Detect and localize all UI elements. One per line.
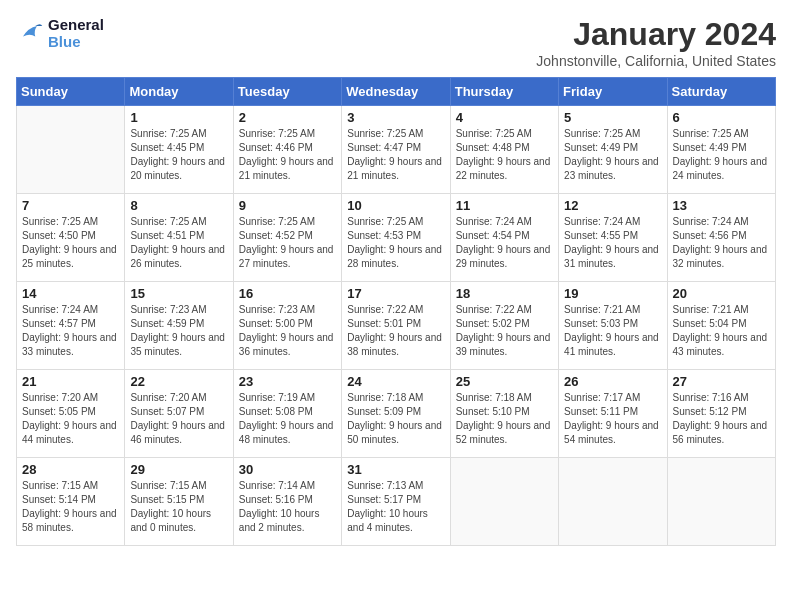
day-number: 12 (564, 198, 661, 213)
day-info: Sunrise: 7:22 AMSunset: 5:01 PMDaylight:… (347, 303, 444, 359)
day-info: Sunrise: 7:20 AMSunset: 5:05 PMDaylight:… (22, 391, 119, 447)
day-header-monday: Monday (125, 78, 233, 106)
day-info: Sunrise: 7:23 AMSunset: 5:00 PMDaylight:… (239, 303, 336, 359)
day-header-saturday: Saturday (667, 78, 775, 106)
day-number: 16 (239, 286, 336, 301)
day-info: Sunrise: 7:19 AMSunset: 5:08 PMDaylight:… (239, 391, 336, 447)
day-number: 29 (130, 462, 227, 477)
day-number: 5 (564, 110, 661, 125)
day-number: 3 (347, 110, 444, 125)
calendar-cell: 15Sunrise: 7:23 AMSunset: 4:59 PMDayligh… (125, 282, 233, 370)
logo: General Blue (16, 16, 104, 50)
calendar-cell: 4Sunrise: 7:25 AMSunset: 4:48 PMDaylight… (450, 106, 558, 194)
logo-icon (16, 19, 44, 47)
day-info: Sunrise: 7:15 AMSunset: 5:14 PMDaylight:… (22, 479, 119, 535)
day-number: 24 (347, 374, 444, 389)
calendar-cell: 27Sunrise: 7:16 AMSunset: 5:12 PMDayligh… (667, 370, 775, 458)
day-number: 2 (239, 110, 336, 125)
calendar-table: SundayMondayTuesdayWednesdayThursdayFrid… (16, 77, 776, 546)
day-header-wednesday: Wednesday (342, 78, 450, 106)
day-info: Sunrise: 7:25 AMSunset: 4:52 PMDaylight:… (239, 215, 336, 271)
title-block: January 2024 Johnstonville, California, … (536, 16, 776, 69)
day-number: 8 (130, 198, 227, 213)
day-number: 11 (456, 198, 553, 213)
calendar-cell: 16Sunrise: 7:23 AMSunset: 5:00 PMDayligh… (233, 282, 341, 370)
calendar-cell: 12Sunrise: 7:24 AMSunset: 4:55 PMDayligh… (559, 194, 667, 282)
day-info: Sunrise: 7:25 AMSunset: 4:53 PMDaylight:… (347, 215, 444, 271)
day-info: Sunrise: 7:24 AMSunset: 4:56 PMDaylight:… (673, 215, 770, 271)
logo-text: General Blue (48, 16, 104, 50)
calendar-cell (17, 106, 125, 194)
day-info: Sunrise: 7:21 AMSunset: 5:03 PMDaylight:… (564, 303, 661, 359)
calendar-cell: 17Sunrise: 7:22 AMSunset: 5:01 PMDayligh… (342, 282, 450, 370)
calendar-cell: 13Sunrise: 7:24 AMSunset: 4:56 PMDayligh… (667, 194, 775, 282)
page-header: General Blue January 2024 Johnstonville,… (16, 16, 776, 69)
day-info: Sunrise: 7:25 AMSunset: 4:46 PMDaylight:… (239, 127, 336, 183)
calendar-cell (450, 458, 558, 546)
day-info: Sunrise: 7:23 AMSunset: 4:59 PMDaylight:… (130, 303, 227, 359)
calendar-cell: 30Sunrise: 7:14 AMSunset: 5:16 PMDayligh… (233, 458, 341, 546)
day-header-thursday: Thursday (450, 78, 558, 106)
day-header-friday: Friday (559, 78, 667, 106)
day-number: 17 (347, 286, 444, 301)
location: Johnstonville, California, United States (536, 53, 776, 69)
calendar-cell: 6Sunrise: 7:25 AMSunset: 4:49 PMDaylight… (667, 106, 775, 194)
week-row-1: 1Sunrise: 7:25 AMSunset: 4:45 PMDaylight… (17, 106, 776, 194)
day-info: Sunrise: 7:25 AMSunset: 4:50 PMDaylight:… (22, 215, 119, 271)
day-number: 28 (22, 462, 119, 477)
day-info: Sunrise: 7:24 AMSunset: 4:54 PMDaylight:… (456, 215, 553, 271)
day-number: 13 (673, 198, 770, 213)
week-row-4: 21Sunrise: 7:20 AMSunset: 5:05 PMDayligh… (17, 370, 776, 458)
calendar-cell: 11Sunrise: 7:24 AMSunset: 4:54 PMDayligh… (450, 194, 558, 282)
day-header-sunday: Sunday (17, 78, 125, 106)
day-number: 14 (22, 286, 119, 301)
day-number: 4 (456, 110, 553, 125)
month-title: January 2024 (536, 16, 776, 53)
day-number: 15 (130, 286, 227, 301)
day-info: Sunrise: 7:25 AMSunset: 4:49 PMDaylight:… (673, 127, 770, 183)
day-number: 26 (564, 374, 661, 389)
day-number: 20 (673, 286, 770, 301)
day-info: Sunrise: 7:25 AMSunset: 4:47 PMDaylight:… (347, 127, 444, 183)
day-number: 19 (564, 286, 661, 301)
day-info: Sunrise: 7:17 AMSunset: 5:11 PMDaylight:… (564, 391, 661, 447)
day-info: Sunrise: 7:25 AMSunset: 4:49 PMDaylight:… (564, 127, 661, 183)
calendar-cell: 9Sunrise: 7:25 AMSunset: 4:52 PMDaylight… (233, 194, 341, 282)
week-row-2: 7Sunrise: 7:25 AMSunset: 4:50 PMDaylight… (17, 194, 776, 282)
day-number: 30 (239, 462, 336, 477)
day-number: 25 (456, 374, 553, 389)
calendar-cell: 5Sunrise: 7:25 AMSunset: 4:49 PMDaylight… (559, 106, 667, 194)
day-number: 18 (456, 286, 553, 301)
day-info: Sunrise: 7:14 AMSunset: 5:16 PMDaylight:… (239, 479, 336, 535)
calendar-cell (559, 458, 667, 546)
week-row-5: 28Sunrise: 7:15 AMSunset: 5:14 PMDayligh… (17, 458, 776, 546)
calendar-cell: 2Sunrise: 7:25 AMSunset: 4:46 PMDaylight… (233, 106, 341, 194)
day-info: Sunrise: 7:16 AMSunset: 5:12 PMDaylight:… (673, 391, 770, 447)
day-number: 6 (673, 110, 770, 125)
calendar-cell: 10Sunrise: 7:25 AMSunset: 4:53 PMDayligh… (342, 194, 450, 282)
calendar-cell: 3Sunrise: 7:25 AMSunset: 4:47 PMDaylight… (342, 106, 450, 194)
calendar-cell: 23Sunrise: 7:19 AMSunset: 5:08 PMDayligh… (233, 370, 341, 458)
calendar-cell: 29Sunrise: 7:15 AMSunset: 5:15 PMDayligh… (125, 458, 233, 546)
day-info: Sunrise: 7:25 AMSunset: 4:48 PMDaylight:… (456, 127, 553, 183)
calendar-cell: 28Sunrise: 7:15 AMSunset: 5:14 PMDayligh… (17, 458, 125, 546)
day-info: Sunrise: 7:21 AMSunset: 5:04 PMDaylight:… (673, 303, 770, 359)
day-info: Sunrise: 7:13 AMSunset: 5:17 PMDaylight:… (347, 479, 444, 535)
day-info: Sunrise: 7:25 AMSunset: 4:51 PMDaylight:… (130, 215, 227, 271)
day-header-tuesday: Tuesday (233, 78, 341, 106)
calendar-cell: 1Sunrise: 7:25 AMSunset: 4:45 PMDaylight… (125, 106, 233, 194)
day-number: 21 (22, 374, 119, 389)
day-number: 10 (347, 198, 444, 213)
day-info: Sunrise: 7:25 AMSunset: 4:45 PMDaylight:… (130, 127, 227, 183)
day-number: 27 (673, 374, 770, 389)
calendar-cell: 25Sunrise: 7:18 AMSunset: 5:10 PMDayligh… (450, 370, 558, 458)
day-number: 23 (239, 374, 336, 389)
day-number: 9 (239, 198, 336, 213)
calendar-cell: 8Sunrise: 7:25 AMSunset: 4:51 PMDaylight… (125, 194, 233, 282)
day-info: Sunrise: 7:15 AMSunset: 5:15 PMDaylight:… (130, 479, 227, 535)
calendar-cell: 19Sunrise: 7:21 AMSunset: 5:03 PMDayligh… (559, 282, 667, 370)
day-info: Sunrise: 7:24 AMSunset: 4:55 PMDaylight:… (564, 215, 661, 271)
day-number: 22 (130, 374, 227, 389)
calendar-cell: 7Sunrise: 7:25 AMSunset: 4:50 PMDaylight… (17, 194, 125, 282)
calendar-cell: 14Sunrise: 7:24 AMSunset: 4:57 PMDayligh… (17, 282, 125, 370)
